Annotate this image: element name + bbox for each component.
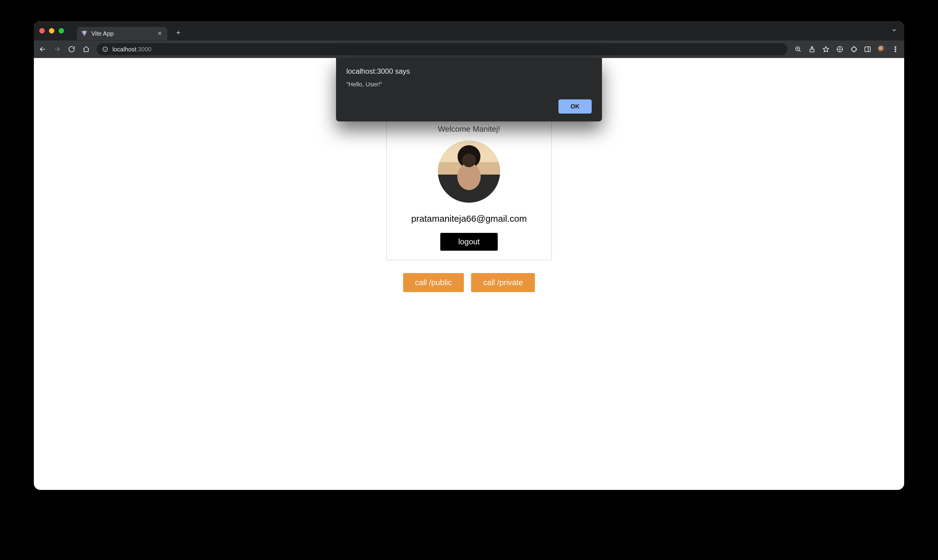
svg-rect-12	[865, 47, 870, 52]
extensions-puzzle-icon[interactable]	[850, 45, 858, 53]
logout-button[interactable]: logout	[440, 233, 498, 251]
window-zoom-button[interactable]	[59, 28, 64, 34]
kebab-menu-icon[interactable]	[892, 45, 899, 53]
bookmark-star-icon[interactable]	[822, 45, 830, 53]
call-public-button[interactable]: call /public	[403, 273, 464, 292]
zoom-icon[interactable]	[794, 45, 802, 53]
browser-tab[interactable]: Vite App ✕	[77, 27, 168, 40]
new-tab-button[interactable]: ＋	[175, 28, 182, 37]
toolbar-right	[794, 45, 899, 53]
svg-point-16	[895, 51, 896, 52]
profile-avatar	[438, 140, 500, 203]
alert-ok-button[interactable]: OK	[558, 99, 592, 114]
tab-overflow-chevron-icon[interactable]	[892, 28, 897, 34]
url-host: localhost	[112, 46, 136, 52]
reload-button[interactable]	[68, 45, 75, 53]
svg-point-14	[895, 46, 896, 48]
tab-title: Vite App	[91, 30, 114, 37]
side-panel-icon[interactable]	[864, 45, 872, 53]
api-buttons-row: call /public call /private	[403, 273, 535, 292]
browser-toolbar: localhost:3000	[34, 40, 904, 58]
titlebar: Vite App ✕ ＋	[34, 21, 904, 40]
alert-message: "Hello, User!"	[346, 81, 592, 88]
call-private-button[interactable]: call /private	[471, 273, 535, 292]
window-close-button[interactable]	[39, 28, 45, 34]
browser-window: Vite App ✕ ＋ localhost:3000	[34, 21, 904, 490]
profile-avatar-icon[interactable]	[878, 45, 886, 53]
url-port: :3000	[136, 46, 151, 52]
user-email: pratamaniteja66@gmail.com	[411, 214, 527, 224]
js-alert-dialog: localhost:3000 says "Hello, User!" OK	[336, 58, 602, 122]
welcome-text: Welcome Manitej!	[438, 125, 500, 134]
url-text: localhost:3000	[112, 46, 151, 53]
address-bar[interactable]: localhost:3000	[97, 43, 787, 55]
window-minimize-button[interactable]	[49, 28, 54, 34]
forward-button[interactable]	[53, 45, 61, 53]
svg-marker-10	[823, 46, 829, 52]
svg-line-6	[799, 50, 801, 52]
tab-close-icon[interactable]: ✕	[157, 30, 162, 37]
share-icon[interactable]	[808, 45, 816, 53]
profile-card: Welcome Manitej! pratamaniteja66@gmail.c…	[386, 112, 552, 260]
page-viewport: Secure your Flask app with React Welcome…	[34, 58, 904, 490]
vite-favicon-icon	[81, 30, 88, 37]
alert-origin: localhost:3000 says	[346, 67, 592, 75]
svg-point-15	[895, 49, 896, 50]
back-button[interactable]	[39, 45, 46, 53]
extension-icon-1[interactable]	[836, 45, 844, 53]
window-controls	[39, 28, 64, 34]
home-button[interactable]	[82, 45, 90, 53]
site-info-icon[interactable]	[102, 46, 108, 52]
